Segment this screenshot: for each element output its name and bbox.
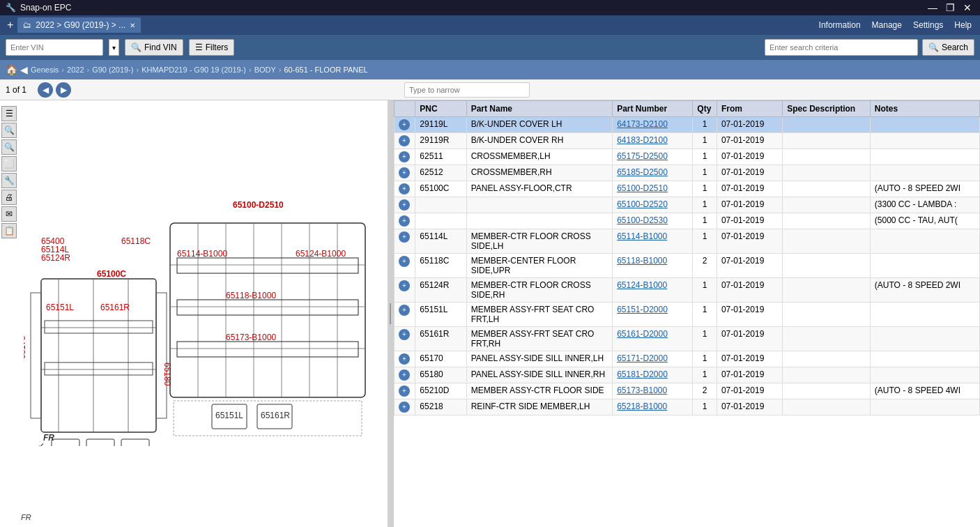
main-tab[interactable]: 🗂 2022 > G90 (2019-) > ... ✕	[17, 17, 141, 33]
row-add-cell[interactable]: +	[395, 197, 415, 213]
partnumber-cell[interactable]: 65181-D2000	[613, 367, 693, 383]
partnumber-cell[interactable]: 65171-D2000	[613, 351, 693, 367]
row-add-cell[interactable]: +	[395, 181, 415, 197]
part-number-link[interactable]: 64183-D2100	[617, 135, 668, 145]
row-add-cell[interactable]: +	[395, 117, 415, 133]
row-add-cell[interactable]: +	[395, 367, 415, 383]
table-row[interactable]: +65210DMEMBER ASSY-CTR FLOOR SIDE65173-B…	[395, 383, 980, 399]
table-row[interactable]: +65180PANEL ASSY-SIDE SILL INNER,RH65181…	[395, 367, 980, 383]
part-number-link[interactable]: 65114-B1000	[617, 231, 667, 241]
nav-information[interactable]: Information	[819, 20, 861, 30]
tool-email[interactable]: ✉	[1, 206, 17, 222]
tool-print[interactable]: 🖨	[1, 190, 17, 205]
partnumber-cell[interactable]: 65100-D2530	[613, 213, 693, 229]
filters-button[interactable]: ☰ Filters	[189, 39, 235, 56]
add-part-button[interactable]: +	[399, 402, 410, 413]
maximize-button[interactable]: ❐	[943, 2, 958, 13]
row-add-cell[interactable]: +	[395, 399, 415, 415]
row-add-cell[interactable]: +	[395, 149, 415, 165]
add-part-button[interactable]: +	[399, 305, 410, 316]
add-part-button[interactable]: +	[399, 369, 410, 381]
part-number-link[interactable]: 65100-D2530	[617, 215, 668, 225]
row-add-cell[interactable]: +	[395, 165, 415, 181]
part-number-link[interactable]: 65151-D2000	[617, 305, 668, 314]
nav-settings[interactable]: Settings	[913, 20, 943, 30]
vin-input[interactable]	[6, 39, 103, 56]
add-part-button[interactable]: +	[399, 199, 410, 211]
table-row[interactable]: +65100-D2530107-01-2019(5000 CC - TAU, A…	[395, 213, 980, 229]
partnumber-cell[interactable]: 65124-B1000	[613, 278, 693, 303]
tool-zoom-out[interactable]: 🔍	[1, 139, 17, 155]
vin-dropdown-button[interactable]: ▾	[109, 39, 119, 56]
minimize-button[interactable]: —	[925, 2, 940, 13]
partnumber-cell[interactable]: 65118-B1000	[613, 254, 693, 278]
add-part-button[interactable]: +	[399, 151, 410, 162]
table-row[interactable]: +62512CROSSMEMBER,RH65185-D2500107-01-20…	[395, 165, 980, 181]
table-row[interactable]: +65100-D2520107-01-2019(3300 CC - LAMBDA…	[395, 197, 980, 213]
part-number-link[interactable]: 65181-D2000	[617, 369, 668, 379]
tab-close-button[interactable]: ✕	[130, 22, 135, 29]
table-row[interactable]: +65100CPANEL ASSY-FLOOR,CTR65100-D251010…	[395, 181, 980, 197]
panel-divider[interactable]	[388, 100, 393, 527]
nav-help[interactable]: Help	[954, 20, 972, 30]
prev-page-button[interactable]: ◀	[38, 82, 53, 98]
title-bar-controls[interactable]: — ❐ ✕	[925, 2, 974, 13]
partnumber-cell[interactable]: 65151-D2000	[613, 303, 693, 327]
breadcrumb-vin[interactable]: KHMAPD219 - G90 19 (2019-)	[141, 66, 246, 74]
breadcrumb-year[interactable]: 2022	[67, 66, 84, 74]
table-row[interactable]: +65124RMEMBER-CTR FLOOR CROSS SIDE,RH651…	[395, 278, 980, 303]
partnumber-cell[interactable]: 65218-B1000	[613, 399, 693, 415]
table-row[interactable]: +65218REINF-CTR SIDE MEMBER,LH65218-B100…	[395, 399, 980, 415]
row-add-cell[interactable]: +	[395, 383, 415, 399]
table-row[interactable]: +62511CROSSMEMBER,LH65175-D2500107-01-20…	[395, 149, 980, 165]
partnumber-cell[interactable]: 65185-D2500	[613, 165, 693, 181]
partnumber-cell[interactable]: 65173-B1000	[613, 383, 693, 399]
part-number-link[interactable]: 65100-D2510	[617, 183, 668, 193]
add-part-button[interactable]: +	[399, 183, 410, 194]
close-button[interactable]: ✕	[960, 2, 974, 13]
back-icon[interactable]: ◀	[20, 64, 28, 75]
part-number-link[interactable]: 65171-D2000	[617, 353, 668, 363]
table-row[interactable]: +65170PANEL ASSY-SIDE SILL INNER,LH65171…	[395, 351, 980, 367]
tool-list[interactable]: 📋	[1, 223, 17, 238]
tool-select[interactable]: 🔧	[1, 173, 17, 188]
search-button[interactable]: 🔍 Search	[922, 39, 974, 56]
breadcrumb-model[interactable]: G90 (2019-)	[92, 66, 133, 74]
partnumber-cell[interactable]: 65161-D2000	[613, 327, 693, 351]
breadcrumb-body[interactable]: BODY	[254, 66, 276, 74]
part-number-link[interactable]: 65218-B1000	[617, 402, 667, 411]
part-number-link[interactable]: 65118-B1000	[617, 256, 667, 266]
table-row[interactable]: +65114LMEMBER-CTR FLOOR CROSS SIDE,LH651…	[395, 229, 980, 254]
partnumber-cell[interactable]: 64173-D2100	[613, 117, 693, 133]
tool-menu[interactable]: ☰	[1, 106, 17, 121]
table-row[interactable]: +29119RB/K-UNDER COVER RH64183-D2100107-…	[395, 133, 980, 149]
tool-zoom-in[interactable]: 🔍	[1, 123, 17, 138]
parts-table-wrapper[interactable]: PNC Part Name Part Number Qty From Spec …	[394, 100, 980, 527]
partnumber-cell[interactable]: 65114-B1000	[613, 229, 693, 254]
add-tab-button[interactable]: +	[3, 19, 17, 31]
partnumber-cell[interactable]: 65175-D2500	[613, 149, 693, 165]
row-add-cell[interactable]: +	[395, 351, 415, 367]
add-part-button[interactable]: +	[399, 256, 410, 267]
row-add-cell[interactable]: +	[395, 278, 415, 303]
search-input[interactable]	[765, 39, 918, 56]
row-add-cell[interactable]: +	[395, 327, 415, 351]
breadcrumb-genesis[interactable]: Genesis	[31, 66, 59, 74]
partnumber-cell[interactable]: 65100-D2520	[613, 197, 693, 213]
table-row[interactable]: +65151LMEMBER ASSY-FRT SEAT CRO FRT,LH65…	[395, 303, 980, 327]
row-add-cell[interactable]: +	[395, 133, 415, 149]
part-number-link[interactable]: 65173-B1000	[617, 385, 667, 395]
part-number-link[interactable]: 65100-D2520	[617, 199, 668, 209]
find-vin-button[interactable]: 🔍 Find VIN	[125, 39, 183, 56]
row-add-cell[interactable]: +	[395, 303, 415, 327]
part-number-link[interactable]: 65124-B1000	[617, 280, 667, 290]
home-icon[interactable]: 🏠	[6, 64, 17, 75]
add-part-button[interactable]: +	[399, 119, 410, 130]
add-part-button[interactable]: +	[399, 353, 410, 365]
add-part-button[interactable]: +	[399, 167, 410, 178]
add-part-button[interactable]: +	[399, 135, 410, 146]
part-number-link[interactable]: 65185-D2500	[617, 167, 668, 177]
partnumber-cell[interactable]: 65100-D2510	[613, 181, 693, 197]
add-part-button[interactable]: +	[399, 329, 410, 340]
row-add-cell[interactable]: +	[395, 254, 415, 278]
